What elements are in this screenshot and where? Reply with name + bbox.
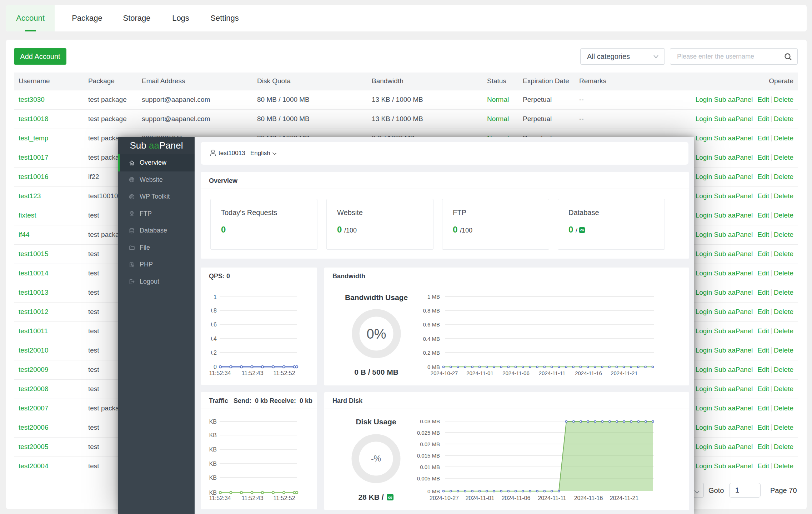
svg-text:0.015 MB: 0.015 MB (417, 453, 440, 459)
svg-text:2024-11-21: 2024-11-21 (611, 370, 638, 376)
svg-text:KB: KB (209, 419, 217, 425)
svg-text:∞: ∞ (388, 494, 392, 501)
svg-text:0 MB: 0 MB (427, 488, 440, 494)
svg-text:0.01 MB: 0.01 MB (420, 464, 440, 470)
svg-text:2024-11-16: 2024-11-16 (574, 495, 603, 501)
svg-text:28 KB /: 28 KB / (358, 493, 384, 501)
svg-text:Disk Usage: Disk Usage (356, 418, 396, 426)
svg-text:11:52:52: 11:52:52 (273, 370, 295, 376)
svg-text:1: 1 (214, 294, 217, 300)
svg-text:0.03 MB: 0.03 MB (420, 418, 440, 424)
svg-text:KB: KB (209, 432, 217, 438)
svg-text:0 MB: 0 MB (427, 364, 440, 370)
svg-text:0.2 MB: 0.2 MB (423, 350, 440, 356)
svg-text:2024-11-11: 2024-11-11 (538, 495, 566, 501)
svg-text:0 B / 500 MB: 0 B / 500 MB (354, 368, 399, 376)
svg-text:0.6 MB: 0.6 MB (423, 321, 440, 328)
svg-text:11:52:34: 11:52:34 (209, 370, 231, 376)
svg-text:0: 0 (214, 364, 217, 370)
svg-text:KB: KB (209, 475, 217, 481)
svg-text:11:52:34: 11:52:34 (209, 495, 231, 501)
svg-text:11:52:43: 11:52:43 (241, 495, 263, 501)
svg-text:2024-11-01: 2024-11-01 (466, 495, 495, 501)
svg-text:11:52:52: 11:52:52 (273, 495, 295, 501)
svg-text:Bandwidth Usage: Bandwidth Usage (345, 293, 408, 301)
svg-text:0.025 MB: 0.025 MB (417, 430, 440, 436)
svg-text:2024-11-06: 2024-11-06 (502, 370, 530, 376)
svg-text:0.02 MB: 0.02 MB (420, 441, 440, 447)
svg-text:KB: KB (209, 461, 217, 467)
svg-text:0%: 0% (367, 326, 386, 341)
svg-text:2024-10-27: 2024-10-27 (431, 370, 458, 376)
svg-text:-%: -% (371, 454, 381, 463)
svg-text:2024-11-06: 2024-11-06 (502, 495, 531, 501)
svg-text:2024-11-11: 2024-11-11 (539, 370, 566, 376)
svg-text:1 MB: 1 MB (427, 294, 440, 300)
svg-text:11:52:43: 11:52:43 (241, 370, 263, 376)
svg-text:2024-10-27: 2024-10-27 (430, 495, 459, 501)
svg-text:0.4 MB: 0.4 MB (423, 336, 440, 342)
svg-text:2024-11-01: 2024-11-01 (466, 370, 493, 376)
svg-text:2024-11-16: 2024-11-16 (575, 370, 602, 376)
svg-text:0.005 MB: 0.005 MB (417, 475, 440, 481)
svg-text:2024-11-21: 2024-11-21 (610, 495, 639, 501)
svg-text:KB: KB (209, 446, 217, 453)
svg-text:0.8 MB: 0.8 MB (423, 308, 440, 314)
